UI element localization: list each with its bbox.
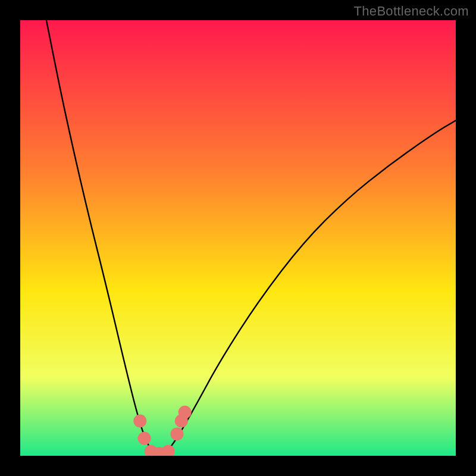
chart-frame: TheBottleneck.com bbox=[0, 0, 476, 476]
highlight-dot bbox=[162, 445, 175, 458]
highlight-dot bbox=[171, 427, 184, 440]
highlight-dot bbox=[178, 406, 192, 419]
highlight-dot bbox=[138, 432, 151, 445]
highlight-dot bbox=[133, 414, 146, 427]
watermark-text: TheBottleneck.com bbox=[354, 4, 469, 19]
bottleneck-chart bbox=[0, 0, 476, 476]
plot-background bbox=[20, 20, 456, 456]
